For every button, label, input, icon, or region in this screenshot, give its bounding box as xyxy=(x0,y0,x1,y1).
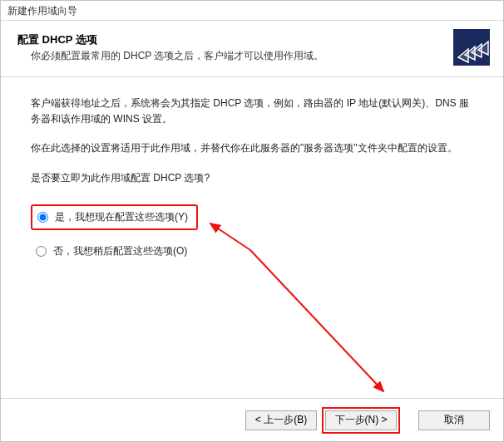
wizard-header: 配置 DHCP 选项 你必须配置最常用的 DHCP 选项之后，客户端才可以使用作… xyxy=(1,21,503,77)
radio-yes-label: 是，我想现在配置这些选项(Y) xyxy=(55,209,188,225)
radio-option-yes[interactable]: 是，我想现在配置这些选项(Y) xyxy=(31,204,198,230)
body-paragraph-2: 你在此选择的设置将适用于此作用域，并替代你在此服务器的"服务器选项"文件夹中配置… xyxy=(31,140,473,156)
body-paragraph-1: 客户端获得地址之后，系统将会为其指定 DHCP 选项，例如，路由器的 IP 地址… xyxy=(31,96,473,127)
window-titlebar: 新建作用域向导 xyxy=(1,1,503,21)
radio-yes-input[interactable] xyxy=(37,212,48,223)
page-subtitle: 你必须配置最常用的 DHCP 选项之后，客户端才可以使用作用域。 xyxy=(31,49,487,63)
wizard-body: 客户端获得地址之后，系统将会为其指定 DHCP 选项，例如，路由器的 IP 地址… xyxy=(1,77,503,276)
radio-no-label: 否，我想稍后配置这些选项(O) xyxy=(53,243,187,259)
wizard-footer: < 上一步(B) 下一步(N) > 取消 xyxy=(1,398,503,441)
dhcp-wizard-icon xyxy=(453,29,490,66)
radio-option-no[interactable]: 否，我想稍后配置这些选项(O) xyxy=(36,243,473,259)
radio-no-input[interactable] xyxy=(36,246,47,257)
annotation-highlight-next: 下一步(N) > xyxy=(322,407,400,434)
next-button[interactable]: 下一步(N) > xyxy=(325,410,397,430)
page-title: 配置 DHCP 选项 xyxy=(17,32,487,47)
back-button[interactable]: < 上一步(B) xyxy=(245,410,317,430)
cancel-button[interactable]: 取消 xyxy=(418,410,490,430)
window-title: 新建作用域向导 xyxy=(7,5,77,17)
body-question: 是否要立即为此作用域配置 DHCP 选项? xyxy=(31,170,473,186)
